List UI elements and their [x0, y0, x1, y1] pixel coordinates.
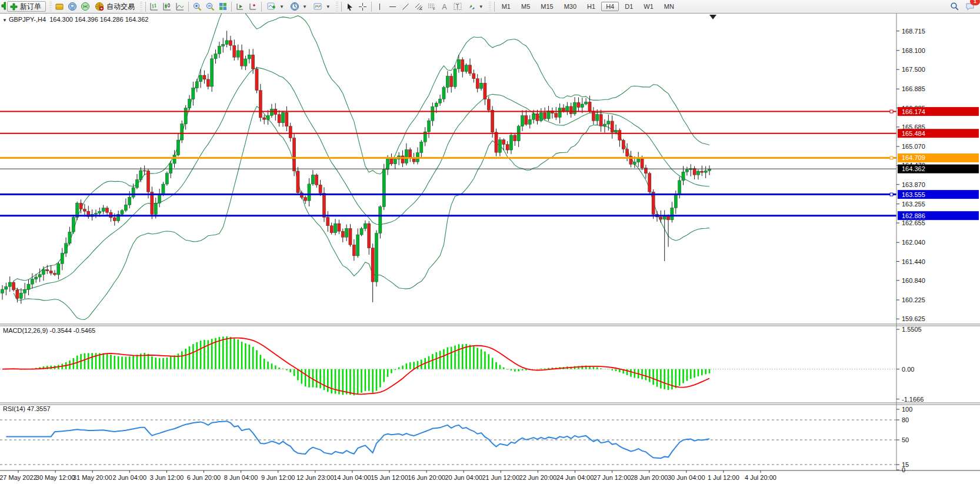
- timeframe-W1[interactable]: W1: [639, 2, 658, 11]
- svg-text:163.555: 163.555: [902, 191, 925, 198]
- candle: [5, 286, 8, 289]
- svg-text:80: 80: [902, 416, 909, 423]
- svg-text:8 Jun 04:00: 8 Jun 04:00: [224, 474, 258, 481]
- candle: [143, 171, 146, 171]
- symbol-menu-caret[interactable]: ▼: [2, 18, 7, 23]
- templates-button[interactable]: ▼: [310, 1, 334, 12]
- candle: [435, 103, 438, 106]
- candlestick-chart-type-icon[interactable]: [161, 1, 174, 12]
- rsi-level-lines: [0, 420, 896, 465]
- auto-scroll-icon[interactable]: [234, 1, 246, 12]
- candle: [169, 163, 172, 173]
- svg-text:165.070: 165.070: [902, 143, 925, 150]
- candle: [296, 171, 299, 193]
- candle: [135, 180, 138, 188]
- hline-handle[interactable]: [890, 193, 893, 196]
- svg-text:F: F: [433, 7, 435, 11]
- candle: [465, 65, 468, 72]
- zoom-in-icon[interactable]: [191, 1, 204, 12]
- svg-text:27 Jun 12:00: 27 Jun 12:00: [594, 474, 631, 481]
- market-icon[interactable]: [53, 1, 66, 12]
- trendline-tool-icon[interactable]: [399, 1, 412, 12]
- hline-price-label-165.484: 165.484: [898, 129, 979, 138]
- svg-text:31 May 20:00: 31 May 20:00: [73, 474, 112, 481]
- candle: [382, 169, 385, 206]
- candle: [330, 226, 333, 233]
- hline-handle[interactable]: [890, 156, 893, 159]
- toolbar-right-group: 1: [948, 1, 976, 12]
- candle: [487, 99, 490, 110]
- svg-text:0: 0: [902, 466, 905, 473]
- autotrade-button[interactable]: 自动交易: [92, 1, 138, 12]
- svg-text:161.440: 161.440: [902, 258, 925, 265]
- fibonacci-tool-icon[interactable]: F: [425, 1, 438, 12]
- svg-text:167.500: 167.500: [902, 66, 925, 73]
- candle: [409, 149, 412, 158]
- chat-icon[interactable]: 1: [964, 1, 976, 12]
- candle: [176, 140, 179, 155]
- candle: [79, 203, 82, 209]
- candle: [146, 171, 149, 192]
- timeframe-MN[interactable]: MN: [659, 2, 679, 11]
- candle: [195, 82, 198, 88]
- candle: [607, 121, 610, 124]
- candle: [278, 115, 281, 123]
- tile-windows-icon[interactable]: [216, 1, 229, 12]
- price-axis[interactable]: 168.715168.100167.500166.885166.285165.6…: [896, 28, 979, 473]
- new-order-button[interactable]: 新订单: [7, 1, 46, 12]
- candle: [704, 171, 707, 172]
- candle: [181, 124, 184, 140]
- timeframe-M1[interactable]: M1: [497, 2, 515, 11]
- macd-histogram: [2, 336, 709, 395]
- svg-text:168.100: 168.100: [902, 47, 925, 54]
- search-icon[interactable]: [948, 1, 961, 12]
- line-chart-type-icon[interactable]: [174, 1, 186, 12]
- candle: [266, 115, 269, 119]
- cursor-icon[interactable]: [344, 1, 356, 12]
- candle: [121, 211, 124, 214]
- crosshair-icon[interactable]: [356, 1, 369, 12]
- candle: [211, 59, 214, 86]
- candle: [476, 79, 479, 89]
- svg-text:159.625: 159.625: [902, 315, 925, 322]
- symbol-ohlc-label[interactable]: ▼GBPJPY-,H4 164.300 164.396 164.286 164.…: [2, 16, 148, 23]
- chart-shift-icon[interactable]: [246, 1, 259, 12]
- svg-text:163.870: 163.870: [902, 181, 925, 188]
- candle: [308, 184, 311, 201]
- indicators-button[interactable]: ▼: [264, 1, 287, 12]
- text-tool-icon[interactable]: A: [438, 1, 451, 12]
- svg-text:24 Jun 04:00: 24 Jun 04:00: [556, 474, 594, 481]
- time-axis[interactable]: 27 May 202230 May 12:0031 May 20:002 Jun…: [0, 470, 776, 481]
- arrows-tool-button[interactable]: ▼: [464, 1, 486, 12]
- svg-text:163.255: 163.255: [902, 201, 925, 208]
- horizontal-line-tool-icon[interactable]: [386, 1, 399, 12]
- candle: [495, 132, 498, 152]
- candle: [368, 223, 371, 248]
- candle: [401, 156, 404, 163]
- periods-button[interactable]: ▼: [287, 1, 310, 12]
- timeframe-H1[interactable]: H1: [582, 2, 600, 11]
- hline-handle[interactable]: [890, 110, 893, 113]
- timeframe-M30[interactable]: M30: [559, 2, 581, 11]
- signals-icon[interactable]: [79, 1, 92, 12]
- equidistant-channel-tool-icon[interactable]: E: [412, 1, 425, 12]
- candle: [491, 110, 494, 132]
- toolbar-grip: [140, 2, 142, 11]
- text-label-tool-icon[interactable]: T: [451, 1, 464, 12]
- vertical-line-tool-icon[interactable]: [374, 1, 386, 12]
- timeframe-M15[interactable]: M15: [536, 2, 558, 11]
- candle: [173, 155, 176, 163]
- candle: [659, 217, 662, 219]
- timeframe-D1[interactable]: D1: [620, 2, 638, 11]
- chart-shift-marker[interactable]: [709, 15, 716, 19]
- bar-chart-type-icon[interactable]: [148, 1, 161, 12]
- zoom-out-icon[interactable]: [204, 1, 216, 12]
- candle: [585, 102, 588, 104]
- candle: [218, 46, 221, 54]
- chart-canvas[interactable]: 168.715168.100167.500166.885166.285165.6…: [0, 0, 980, 484]
- candle: [259, 91, 262, 118]
- timeframe-H4[interactable]: H4: [601, 2, 619, 11]
- svg-text:30 Jun 04:00: 30 Jun 04:00: [668, 474, 705, 481]
- mql5-community-icon[interactable]: [66, 1, 79, 12]
- timeframe-M5[interactable]: M5: [516, 2, 535, 11]
